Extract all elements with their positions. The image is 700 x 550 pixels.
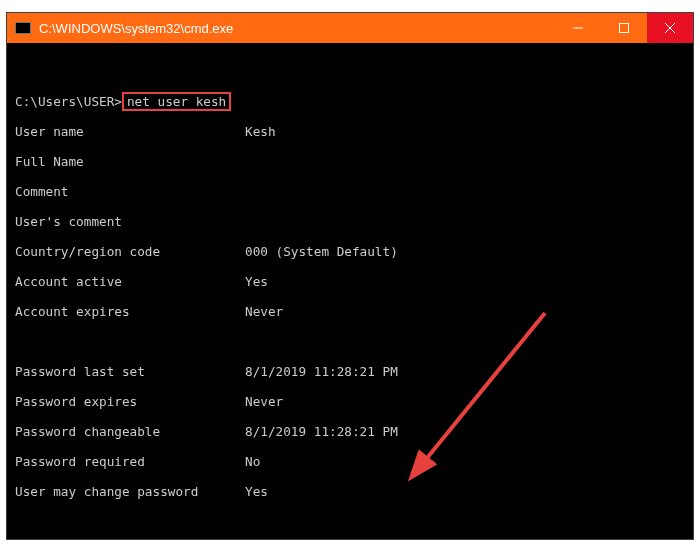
prompt-path: C:\Users\USER> [15, 94, 122, 109]
output-row: Comment [15, 184, 685, 199]
output-row: User may change passwordYes [15, 484, 685, 499]
full-name-label: Full Name [15, 154, 245, 169]
user-name-value: Kesh [245, 124, 276, 139]
svg-rect-1 [620, 24, 629, 33]
pw-required-value: No [245, 454, 260, 469]
output-row: Password expiresNever [15, 394, 685, 409]
pw-expires-value: Never [245, 394, 283, 409]
output-row: Full Name [15, 154, 685, 169]
account-active-value: Yes [245, 274, 268, 289]
blank-row [15, 514, 685, 529]
titlebar[interactable]: C:\WINDOWS\system32\cmd.exe [7, 13, 693, 43]
pw-changeable-value: 8/1/2019 11:28:21 PM [245, 424, 398, 439]
output-row: Account activeYes [15, 274, 685, 289]
close-button[interactable] [647, 13, 693, 43]
pw-required-label: Password required [15, 454, 245, 469]
cmd-window: C:\WINDOWS\system32\cmd.exe C:\Users\USE… [6, 12, 694, 540]
country-value: 000 (System Default) [245, 244, 398, 259]
minimize-button[interactable] [555, 13, 601, 43]
pw-last-set-label: Password last set [15, 364, 245, 379]
window-buttons [555, 13, 693, 43]
pw-changeable-label: Password changeable [15, 424, 245, 439]
pw-last-set-value: 8/1/2019 11:28:21 PM [245, 364, 398, 379]
prompt-line [15, 64, 685, 79]
maximize-button[interactable] [601, 13, 647, 43]
output-row: Password requiredNo [15, 454, 685, 469]
output-row: User's comment [15, 214, 685, 229]
pw-may-change-value: Yes [245, 484, 268, 499]
terminal-output[interactable]: C:\Users\USER>net user kesh User nameKes… [7, 43, 693, 539]
comment-label: Comment [15, 184, 245, 199]
output-row: Account expiresNever [15, 304, 685, 319]
window-title: C:\WINDOWS\system32\cmd.exe [39, 21, 555, 36]
account-expires-label: Account expires [15, 304, 245, 319]
pw-may-change-label: User may change password [15, 484, 245, 499]
output-row: Country/region code000 (System Default) [15, 244, 685, 259]
blank-row [15, 334, 685, 349]
command-line: C:\Users\USER>net user kesh [15, 94, 685, 109]
users-comment-label: User's comment [15, 214, 245, 229]
pw-expires-label: Password expires [15, 394, 245, 409]
cmd-icon [15, 22, 31, 34]
highlighted-command: net user kesh [122, 92, 231, 111]
output-row: Password last set8/1/2019 11:28:21 PM [15, 364, 685, 379]
account-active-label: Account active [15, 274, 245, 289]
account-expires-value: Never [245, 304, 283, 319]
user-name-label: User name [15, 124, 245, 139]
output-row: User nameKesh [15, 124, 685, 139]
output-row: Password changeable8/1/2019 11:28:21 PM [15, 424, 685, 439]
country-label: Country/region code [15, 244, 245, 259]
